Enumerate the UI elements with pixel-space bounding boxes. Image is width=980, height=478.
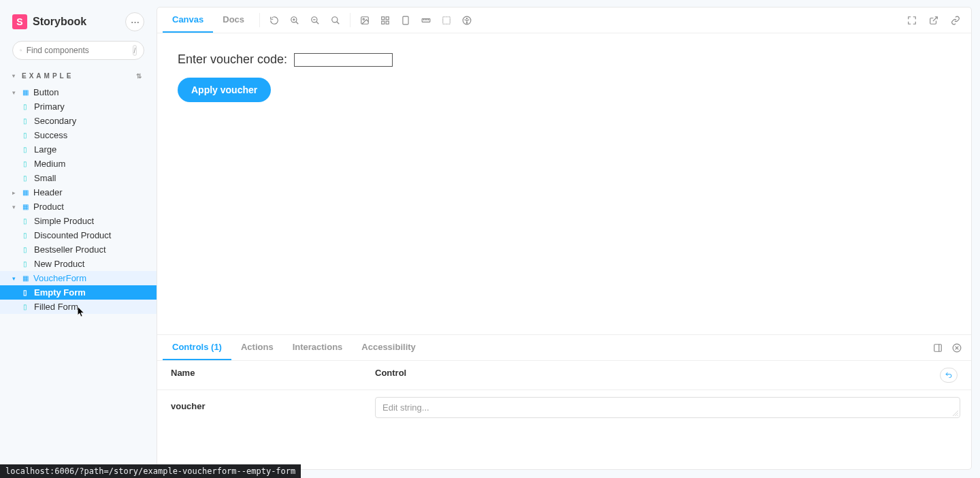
apply-voucher-button[interactable]: Apply voucher [178,78,271,102]
svg-line-1 [21,50,22,51]
separator [350,13,350,27]
undo-icon [945,371,953,379]
story-label: Simple Product [34,216,94,226]
story-label: New Product [34,259,84,269]
column-control: Control [375,368,940,383]
component-icon: ▦ [22,89,29,96]
accessibility-icon[interactable] [462,16,472,25]
sort-icon[interactable]: ⇅ [136,72,144,80]
sidebar-story-small[interactable]: ▯Small [0,171,157,185]
sidebar-story-secondary[interactable]: ▯Secondary [0,114,157,128]
addons-tabs: Controls (1) Actions Interactions Access… [157,335,971,361]
addons-panel: Controls (1) Actions Interactions Access… [157,334,971,469]
sidebar-story-empty-form[interactable]: ▯Empty Form [0,285,157,300]
bookmark-icon: ▯ [23,217,30,225]
control-name: voucher [171,397,375,411]
search-input[interactable] [27,46,129,55]
story-label: Discounted Product [34,230,111,240]
search-icon [20,46,22,54]
control-placeholder: Edit string... [382,402,429,413]
story-label: Empty Form [34,287,86,298]
logo[interactable]: S Storybook [12,14,86,29]
zoom-out-icon[interactable] [310,16,320,25]
tab-docs[interactable]: Docs [213,7,254,33]
chevron-down-icon: ▾ [12,89,18,96]
sidebar-story-large[interactable]: ▯Large [0,142,157,157]
svg-point-9 [332,16,338,22]
tab-controls[interactable]: Controls (1) [163,335,231,360]
bookmark-icon: ▯ [23,303,30,310]
fullscreen-icon[interactable] [907,16,917,25]
outline-icon[interactable] [442,16,451,25]
sidebar-story-simple-product[interactable]: ▯Simple Product [0,214,157,228]
tab-accessibility[interactable]: Accessibility [352,335,425,360]
story-label: Small [34,173,56,183]
component-icon: ▦ [22,274,29,282]
menu-button[interactable]: ⋯ [125,12,144,31]
sidebar-component-voucherform[interactable]: ▾ ▦ VoucherForm [0,271,157,285]
svg-rect-16 [386,21,389,24]
measure-icon[interactable] [421,16,431,25]
chevron-down-icon: ▾ [12,275,18,282]
svg-line-3 [296,21,299,24]
open-external-icon[interactable] [929,16,938,25]
tab-canvas[interactable]: Canvas [163,7,213,33]
sidebar-component-header[interactable]: ▸ ▦ Header [0,185,157,200]
story-label: Large [34,144,56,155]
bookmark-icon: ▯ [23,117,30,125]
svg-rect-28 [934,344,942,351]
sidebar-story-discounted-product[interactable]: ▯Discounted Product [0,228,157,242]
section-heading[interactable]: ▾ Example ⇅ [0,60,157,84]
component-label: Header [33,187,63,197]
sidebar-story-new-product[interactable]: ▯New Product [0,257,157,271]
pointer-cursor-icon [76,306,86,318]
link-icon[interactable] [951,16,960,25]
controls-row: voucher Edit string... [157,390,971,425]
bookmark-icon: ▯ [23,146,30,153]
status-bar-url: localhost:6006/?path=/story/example-vouc… [0,464,301,478]
separator [259,13,260,27]
zoom-reset-icon[interactable] [331,16,340,25]
story-label: Bestseller Product [34,244,106,255]
bookmark-icon: ▯ [23,289,30,296]
svg-line-10 [337,21,340,24]
logo-mark: S [12,14,27,29]
grid-icon[interactable] [380,16,390,25]
resize-handle-icon[interactable] [953,411,958,416]
logo-text: Storybook [33,16,86,28]
story-label: Secondary [34,116,76,126]
sidebar-story-success[interactable]: ▯Success [0,128,157,142]
close-panel-icon[interactable] [952,343,962,353]
voucher-code-input[interactable] [294,53,393,67]
background-icon[interactable] [360,16,370,25]
svg-rect-17 [403,16,408,25]
bookmark-icon: ▯ [23,260,30,268]
tab-actions[interactable]: Actions [231,335,283,360]
sidebar-component-product[interactable]: ▾ ▦ Product [0,200,157,214]
sidebar: S Storybook ⋯ / ▾ Example ⇅ ▾ ▦ Button ▯… [0,0,157,478]
toolbar: Canvas Docs [157,7,971,33]
sidebar-story-medium[interactable]: ▯Medium [0,157,157,171]
control-string-input[interactable]: Edit string... [375,397,960,418]
reset-controls-button[interactable] [940,368,958,383]
refresh-icon[interactable] [270,16,279,25]
bookmark-icon: ▯ [23,131,30,139]
component-icon: ▦ [22,203,29,210]
tab-interactions[interactable]: Interactions [283,335,353,360]
svg-point-12 [363,18,364,20]
sidebar-story-primary[interactable]: ▯Primary [0,99,157,114]
main-panel: Canvas Docs Enter voucher code: [157,7,972,470]
chevron-down-icon: ▾ [12,73,18,79]
svg-rect-24 [443,16,451,24]
svg-point-26 [466,18,467,18]
viewport-icon[interactable] [401,16,410,25]
zoom-in-icon[interactable] [290,16,299,25]
sidebar-component-button[interactable]: ▾ ▦ Button [0,85,157,99]
search-input-wrap[interactable]: / [12,41,144,60]
sidebar-story-bestseller-product[interactable]: ▯Bestseller Product [0,242,157,257]
panel-position-icon[interactable] [933,343,943,353]
voucher-label: Enter voucher code: [178,52,287,67]
svg-point-0 [20,50,21,51]
svg-line-7 [316,21,319,24]
component-label: VoucherForm [33,273,86,283]
